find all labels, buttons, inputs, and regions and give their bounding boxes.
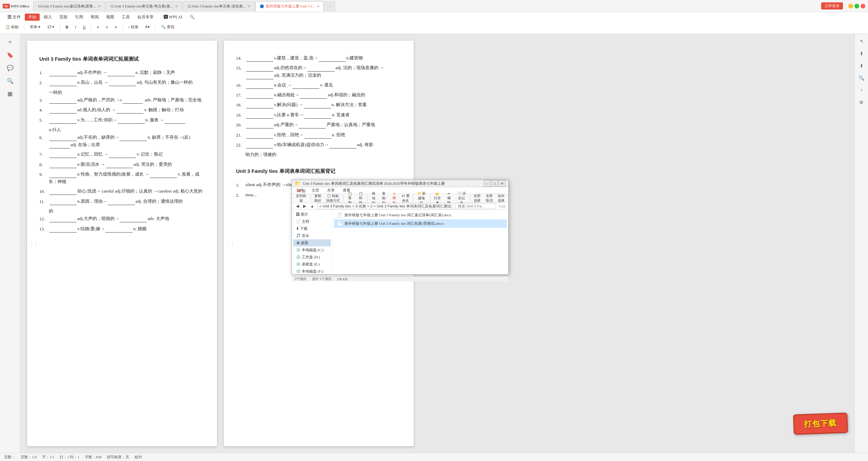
menu-search[interactable]: 🔍	[186, 14, 198, 20]
find-replace[interactable]: 🔍 查找	[158, 24, 177, 30]
fe-path-input[interactable]	[317, 203, 454, 209]
fe-copy-path[interactable]: 复制路径	[312, 194, 323, 203]
fe-select-all[interactable]: 全部选择	[472, 194, 483, 203]
fe-sep5	[430, 195, 430, 202]
tab-2-close[interactable]: ✕	[175, 4, 178, 8]
tab-1[interactable]: 10.Unit 3 Family ties速记清单(原卷... ✕	[33, 1, 105, 11]
fe-menu-share[interactable]: 共享	[326, 187, 336, 194]
maximize-btn[interactable]	[854, 4, 859, 8]
align-center[interactable]: ≡	[103, 24, 111, 30]
fe-forward[interactable]: ▶	[302, 204, 308, 209]
list-item: 9. n 性格、智力或情感的)发展，成长 →v. 发展，成长；种植	[39, 171, 205, 185]
fe-size: 196 KB	[337, 277, 348, 281]
status-bar: 页数： 页数：1/4 节：1/1 行：1 列：1 字数：838 拼写检查：关 校…	[0, 453, 868, 461]
right-icon-4[interactable]: 🔍	[857, 73, 866, 83]
sidebar-navigation[interactable]: ≡	[5, 37, 16, 47]
list-item: 22. v.给(车辆或机器)提供动力→adj. 有影	[236, 141, 401, 149]
fe-close[interactable]: ✕	[499, 180, 506, 187]
new-tab[interactable]: +	[324, 1, 335, 11]
sep2	[60, 24, 60, 31]
bold-btn[interactable]: B	[63, 24, 71, 30]
fe-deselect-all[interactable]: 全部取消	[484, 194, 495, 203]
fe-nav-music[interactable]: 🎵 音乐	[293, 232, 331, 239]
italic-btn[interactable]: I	[72, 24, 79, 30]
align-right[interactable]: ≡	[112, 24, 119, 30]
fe-file-2-icon: 📄	[337, 221, 342, 226]
fe-file-2[interactable]: 📄 新外研版七年级上册 Unit 3 Family ties 词汇拓展(背测试)…	[334, 219, 507, 228]
menu-page[interactable]: 页面	[56, 14, 71, 21]
list-item: n.仆人	[39, 126, 205, 134]
fe-nav-f[interactable]: 💿 本地磁盘 (F:)	[293, 268, 331, 275]
tab-2[interactable]: 11.Unit 3 Family ties单元卷-考点卷(卷... ✕	[106, 1, 182, 11]
fe-rename[interactable]: 🏷 重命名	[400, 194, 412, 203]
fe-edit[interactable]: ✏ 编辑	[444, 194, 454, 203]
font-size[interactable]: 12 ▾	[44, 24, 57, 30]
tab-3-close[interactable]: ✕	[248, 4, 250, 8]
fe-sep3	[368, 195, 368, 202]
right-icon-6[interactable]: ⚙	[857, 98, 866, 107]
right-icon-2[interactable]: ⬆	[857, 49, 866, 58]
right-icon-5[interactable]: +	[857, 85, 866, 95]
sidebar-search2[interactable]: 🔍	[5, 75, 16, 86]
fe-nav-c[interactable]: 💿 本地磁盘 (C:)	[293, 246, 331, 254]
fe-minimize[interactable]: —	[484, 180, 491, 187]
doc-page-left: ⋮⋮ Unit 3 Family ties 单词表单词词汇拓展测试 1. adj…	[27, 41, 217, 446]
minimize-btn[interactable]	[848, 4, 853, 8]
fe-nav-desktop[interactable]: 🖥 桌面	[293, 239, 331, 246]
sidebar-comment[interactable]: 💬	[5, 62, 16, 73]
underline-btn[interactable]: U	[80, 24, 88, 30]
fe-nav-pictures[interactable]: 🖼 图片	[293, 211, 331, 218]
tab-1-close[interactable]: ✕	[98, 4, 101, 8]
menu-tools[interactable]: 工具	[118, 14, 133, 21]
right-icon-1[interactable]: ↰	[857, 37, 866, 46]
right-icon-3[interactable]: ⬇	[857, 61, 866, 71]
top-right-controls: 立即登录	[821, 2, 865, 9]
fe-history[interactable]: 🕐 历史记录	[455, 194, 469, 203]
color-btn[interactable]: A▾	[142, 24, 152, 30]
tab-4[interactable]: 🔵 新外研版七年级上册 Unit 3 f... ✕	[255, 1, 324, 11]
align-left[interactable]: ≡	[94, 24, 101, 30]
font-select[interactable]: 宋体 ▾	[27, 24, 43, 30]
fe-maximize[interactable]: □	[491, 180, 498, 187]
fe-copy[interactable]: 📋 复制	[344, 194, 355, 203]
sidebar-bookmark[interactable]: 🔖	[5, 49, 16, 60]
fe-up[interactable]: ▲	[309, 204, 316, 209]
close-btn[interactable]	[861, 4, 865, 8]
tab-3[interactable]: 12.Unit 3 Family ties单元卷-淡化卷... ✕	[183, 1, 254, 11]
fe-nav-documents[interactable]: 📄 文档	[293, 218, 331, 225]
fe-nav-e[interactable]: 💿 老硬盘 (E:)	[293, 261, 331, 268]
fe-copy2[interactable]: 复制到	[379, 194, 389, 203]
wps-logo: W WPS Office	[3, 4, 29, 8]
fe-file-1[interactable]: 📄 新外研版七年级上册 Unit 3 Family ties 词汇速记清单(词汇…	[334, 211, 507, 219]
menu-insert[interactable]: 插入	[40, 14, 55, 21]
menu-vip[interactable]: 会员专享	[134, 14, 157, 21]
fe-invert-select[interactable]: 反向选择	[496, 194, 507, 203]
menu-wpsai[interactable]: 🅰 WPS AI	[160, 14, 185, 20]
paragraph-spacing[interactable]: ↕ 段落	[125, 24, 141, 30]
menu-review[interactable]: 审阅	[87, 14, 102, 21]
paste-btn[interactable]: 📋 粘贴	[3, 24, 21, 30]
fe-move[interactable]: 移动到	[369, 194, 378, 203]
fe-nav-downloads[interactable]: ⬇ 下载	[293, 225, 331, 232]
fe-selected: 选中 1个项目	[312, 277, 332, 281]
fe-menu-home[interactable]: 主页	[310, 187, 320, 194]
sidebar-thumbnail[interactable]: ▦	[5, 88, 16, 99]
fe-back[interactable]: ◀	[295, 204, 300, 209]
register-btn[interactable]: 立即登录	[821, 2, 843, 9]
menu-reference[interactable]: 引用	[72, 14, 86, 21]
fe-titlebar: 📁 Unit 3 Family ties 单词表词汇及拓展词汇测试清单 2024…	[292, 180, 508, 187]
menu-home[interactable]: 开始	[25, 14, 40, 21]
fe-new-item[interactable]: 📁 新建项目	[414, 194, 428, 203]
fe-pin-btn[interactable]: 📌 固定到快速访问	[293, 194, 309, 203]
fe-paste-shortcut[interactable]: 📋 粘贴快捷方式	[324, 194, 342, 203]
fe-search-input[interactable]	[455, 203, 496, 209]
fe-delete[interactable]: ✕ 删除	[389, 194, 399, 203]
menu-file[interactable]: ☰ 文件	[4, 14, 24, 21]
fe-open[interactable]: 📂 打开▼	[431, 194, 443, 203]
menu-view[interactable]: 视图	[103, 14, 118, 21]
fe-left-nav: 🖼 图片 📄 文档 ⬇ 下载 🎵 音乐 🖥 桌面 💿 本地磁盘 (C:) 💿 工…	[292, 209, 333, 276]
tab-4-close[interactable]: ✕	[317, 4, 319, 8]
fe-nav-d[interactable]: 💿 工作盘 (D:)	[293, 254, 331, 261]
download-button[interactable]: 打包下载	[793, 413, 848, 435]
fe-paste[interactable]: 📋 粘贴	[356, 194, 366, 203]
